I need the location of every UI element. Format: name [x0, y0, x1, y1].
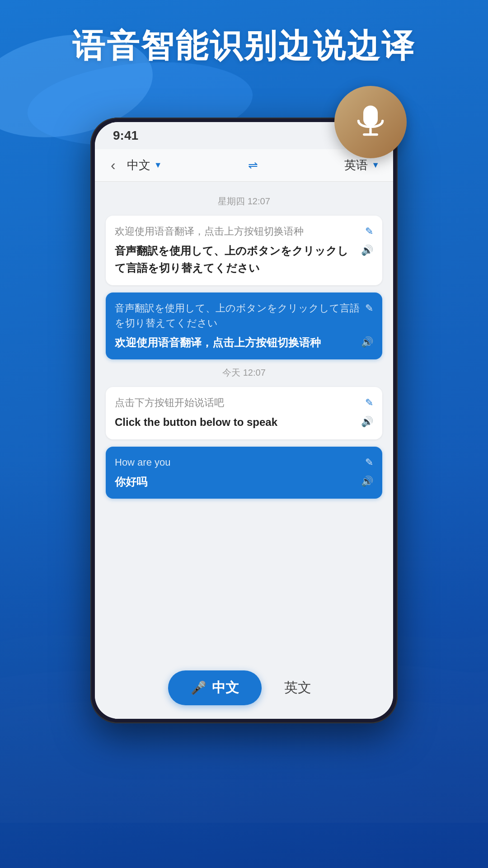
msg1-original: 欢迎使用语音翻译，点击上方按钮切换语种 ✎: [115, 224, 373, 239]
message-bubble-sent-2: How are you ✎ 你好吗 🔊: [106, 447, 382, 499]
phone-screen: 9:41 ‹ 中文 ▼ ⇌: [95, 122, 393, 719]
msg2-translated: 欢迎使用语音翻译，点击上方按钮切换语种 🔊: [115, 334, 373, 351]
back-button[interactable]: ‹: [108, 155, 118, 176]
edit-icon-2[interactable]: ✎: [365, 301, 373, 316]
lang-to-selector[interactable]: 英语 ▼: [344, 157, 380, 173]
volume-icon-1[interactable]: 🔊: [361, 242, 373, 258]
msg2-original: 音声翻訳を使用して、上のボタンをクリックして言語を切り替えてください ✎: [115, 301, 373, 330]
msg3-original: 点击下方按钮开始说话吧 ✎: [115, 395, 373, 410]
mic-float-icon: [352, 104, 389, 140]
chat-area: 星期四 12:07 欢迎使用语音翻译，点击上方按钮切换语种 ✎ 音声翻訳を使用し…: [95, 182, 393, 661]
edit-icon-3[interactable]: ✎: [365, 395, 373, 410]
message-bubble-sent-1: 音声翻訳を使用して、上のボタンをクリックして言語を切り替えてください ✎ 欢迎使…: [106, 292, 382, 359]
swap-icon[interactable]: ⇌: [248, 158, 258, 172]
btn-chinese[interactable]: 🎤 中文: [168, 670, 262, 705]
msg4-translated: 你好吗 🔊: [115, 473, 373, 491]
message-bubble-received-1: 欢迎使用语音翻译，点击上方按钮切换语种 ✎ 音声翻訳を使用して、上のボタンをクリ…: [106, 216, 382, 285]
page-title: 语音智能识别边说边译: [0, 27, 488, 65]
lang-from-selector[interactable]: 中文 ▼: [127, 157, 162, 173]
timestamp-2: 今天 12:07: [106, 367, 382, 379]
bottom-buttons: 🎤 中文 英文: [95, 661, 393, 719]
msg3-translated: Click the button below to speak 🔊: [115, 414, 373, 431]
msg1-translated: 音声翻訳を使用して、上のボタンをクリックして言語を切り替えてください 🔊: [115, 242, 373, 277]
btn-chinese-label: 中文: [212, 679, 239, 697]
message-bubble-received-2: 点击下方按钮开始说话吧 ✎ Click the button below to …: [106, 387, 382, 439]
phone-wrapper: 9:41 ‹ 中文 ▼ ⇌: [90, 99, 398, 723]
msg4-original: How are you ✎: [115, 455, 373, 470]
volume-icon-2[interactable]: 🔊: [361, 334, 373, 350]
nav-swap-area: ⇌: [171, 158, 335, 172]
nav-bar: ‹ 中文 ▼ ⇌ 英语 ▼: [95, 149, 393, 182]
edit-icon-1[interactable]: ✎: [365, 224, 373, 239]
volume-icon-4[interactable]: 🔊: [361, 473, 373, 489]
status-time: 9:41: [113, 128, 138, 143]
volume-icon-3[interactable]: 🔊: [361, 414, 373, 429]
phone-frame: 9:41 ‹ 中文 ▼ ⇌: [90, 118, 398, 723]
mic-float-button[interactable]: [334, 86, 407, 158]
lang-to-dropdown-icon: ▼: [371, 160, 380, 170]
screen-content: 9:41 ‹ 中文 ▼ ⇌: [95, 122, 393, 719]
lang-from-dropdown-icon: ▼: [154, 160, 162, 170]
edit-icon-4[interactable]: ✎: [365, 455, 373, 470]
lang-from-label: 中文: [127, 157, 150, 173]
btn-mic-icon: 🎤: [191, 680, 206, 695]
timestamp-1: 星期四 12:07: [106, 195, 382, 208]
lang-to-label: 英语: [344, 157, 368, 173]
btn-english[interactable]: 英文: [275, 670, 320, 705]
svg-rect-0: [363, 106, 378, 127]
